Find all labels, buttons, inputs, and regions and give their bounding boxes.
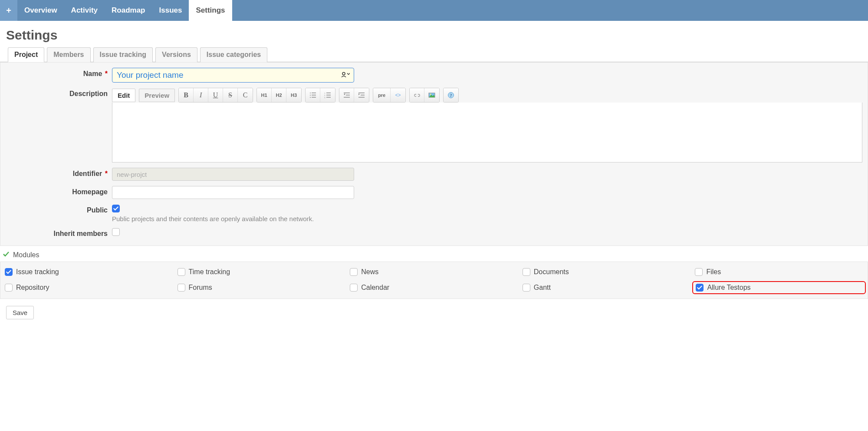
h2-button[interactable]: H2 <box>272 88 286 102</box>
svg-point-3 <box>310 95 311 96</box>
svg-rect-18 <box>358 97 365 98</box>
tab-project[interactable]: Project <box>8 47 44 62</box>
svg-rect-8 <box>326 93 331 93</box>
new-project-button[interactable]: + <box>0 0 17 21</box>
tab-members[interactable]: Members <box>47 47 90 62</box>
tab-issue-categories[interactable]: Issue categories <box>200 47 267 62</box>
svg-rect-17 <box>361 95 365 96</box>
svg-point-1 <box>310 93 311 93</box>
nav-roadmap[interactable]: Roadmap <box>105 0 152 21</box>
module-documents-checkbox[interactable] <box>523 268 530 276</box>
page-title: Settings <box>0 21 868 47</box>
module-documents[interactable]: Documents <box>523 268 691 276</box>
nav-settings[interactable]: Settings <box>189 0 232 21</box>
svg-rect-16 <box>358 93 365 93</box>
code-button[interactable]: C <box>238 88 253 102</box>
italic-button[interactable]: I <box>194 88 208 102</box>
indent-button[interactable] <box>354 88 369 102</box>
svg-rect-12 <box>326 97 331 98</box>
module-forums[interactable]: Forums <box>178 283 346 292</box>
ol-button[interactable]: 123 <box>320 88 335 102</box>
module-gantt[interactable]: Gantt <box>523 283 691 292</box>
ul-button[interactable] <box>306 88 320 102</box>
modules-grid: Issue tracking Time tracking News Docume… <box>0 262 868 299</box>
nav-issues[interactable]: Issues <box>152 0 189 21</box>
svg-rect-15 <box>344 97 350 98</box>
description-textarea[interactable] <box>112 103 862 162</box>
inherit-members-label: Inherit members <box>6 228 112 238</box>
project-form-panel: Name * Description Edit Preview B I U S <box>0 62 868 246</box>
svg-text:?: ? <box>450 93 452 98</box>
name-input[interactable] <box>112 68 354 83</box>
outdent-button[interactable] <box>339 88 354 102</box>
nav-overview[interactable]: Overview <box>17 0 64 21</box>
tab-versions[interactable]: Versions <box>155 47 197 62</box>
module-news-checkbox[interactable] <box>350 268 358 276</box>
modules-title: Modules <box>13 251 39 259</box>
strike-button[interactable]: S <box>223 88 238 102</box>
svg-text:3: 3 <box>324 96 326 99</box>
identifier-input[interactable] <box>112 168 354 181</box>
svg-point-22 <box>430 94 431 95</box>
module-allure-testops-checkbox[interactable] <box>696 284 704 292</box>
module-issue-tracking-checkbox[interactable] <box>5 268 13 276</box>
homepage-label: Homepage <box>6 186 112 196</box>
toggle-all-icon <box>3 251 10 259</box>
modules-header[interactable]: Modules <box>0 246 868 262</box>
h3-button[interactable]: H3 <box>286 88 301 102</box>
inherit-members-checkbox[interactable] <box>112 228 120 236</box>
description-label: Description <box>6 88 112 98</box>
svg-rect-4 <box>312 95 316 96</box>
code-inline-button[interactable]: <> <box>391 88 405 102</box>
svg-rect-2 <box>312 93 316 93</box>
module-time-tracking[interactable]: Time tracking <box>178 268 346 276</box>
name-label: Name * <box>6 68 112 78</box>
public-checkbox[interactable] <box>112 205 120 212</box>
editor-edit-tab[interactable]: Edit <box>112 89 135 102</box>
public-label: Public <box>6 204 112 214</box>
svg-rect-10 <box>326 95 331 96</box>
link-button[interactable] <box>410 88 424 102</box>
top-nav: + Overview Activity Roadmap Issues Setti… <box>0 0 868 21</box>
svg-rect-14 <box>346 95 350 96</box>
module-repository[interactable]: Repository <box>5 283 173 292</box>
module-allure-testops[interactable]: Allure Testops <box>692 281 866 294</box>
help-button[interactable]: ? <box>444 88 458 102</box>
homepage-input[interactable] <box>112 186 354 199</box>
image-button[interactable] <box>424 88 439 102</box>
module-issue-tracking[interactable]: Issue tracking <box>5 268 173 276</box>
module-calendar-checkbox[interactable] <box>350 284 358 292</box>
nav-activity[interactable]: Activity <box>64 0 105 21</box>
svg-rect-13 <box>344 93 350 93</box>
svg-rect-20 <box>416 94 418 97</box>
module-forums-checkbox[interactable] <box>178 284 185 292</box>
svg-point-5 <box>310 97 311 98</box>
module-time-tracking-checkbox[interactable] <box>178 268 185 276</box>
tab-issue-tracking[interactable]: Issue tracking <box>93 47 153 62</box>
identifier-label: Identifier * <box>6 168 112 178</box>
module-files[interactable]: Files <box>695 268 863 276</box>
module-files-checkbox[interactable] <box>695 268 703 276</box>
module-calendar[interactable]: Calendar <box>350 283 518 292</box>
editor-preview-tab[interactable]: Preview <box>139 89 175 102</box>
module-gantt-checkbox[interactable] <box>523 284 530 292</box>
svg-rect-6 <box>312 97 316 98</box>
module-repository-checkbox[interactable] <box>5 284 13 292</box>
save-button[interactable]: Save <box>6 306 34 319</box>
bold-button[interactable]: B <box>179 88 194 102</box>
public-hint: Public projects and their contents are o… <box>112 215 314 222</box>
h1-button[interactable]: H1 <box>257 88 272 102</box>
module-news[interactable]: News <box>350 268 518 276</box>
underline-button[interactable]: U <box>208 88 223 102</box>
pre-button[interactable]: pre <box>373 88 391 102</box>
settings-subtabs: Project Members Issue tracking Versions … <box>0 47 868 62</box>
